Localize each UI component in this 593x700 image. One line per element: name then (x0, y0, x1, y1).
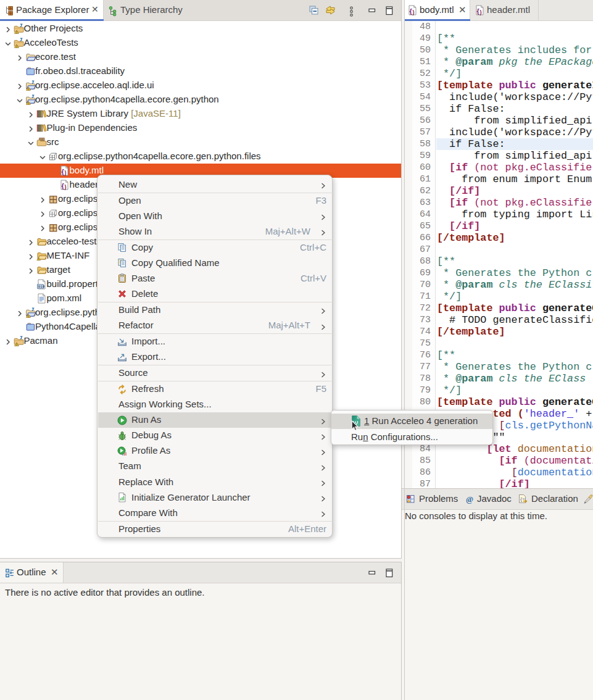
svg-text:): ) (480, 9, 482, 15)
svg-text:010: 010 (38, 285, 45, 289)
svg-text:{=: {= (520, 497, 525, 502)
svg-text:): ) (65, 169, 67, 175)
svg-text:): ) (413, 9, 415, 15)
svg-text:): ) (65, 183, 67, 190)
svg-text:@: @ (466, 494, 473, 504)
